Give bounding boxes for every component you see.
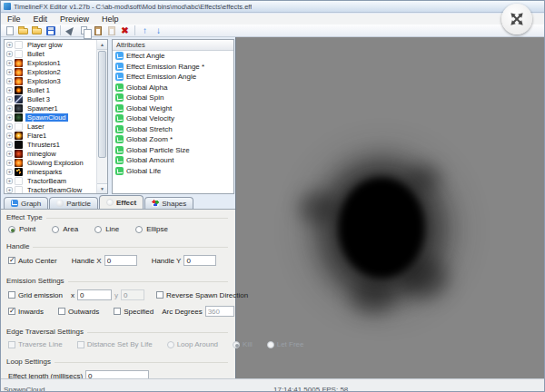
grid-x-input[interactable] [77, 289, 112, 300]
outwards-checkbox[interactable] [58, 308, 65, 315]
attribute-item[interactable]: Global Life [113, 166, 233, 177]
tree-item[interactable]: Bullet 3 [5, 94, 96, 103]
import-folder-button[interactable] [31, 25, 43, 36]
expand-plus-icon[interactable] [6, 69, 13, 75]
paste-button[interactable] [92, 25, 104, 36]
let-free-label: Let Free [277, 340, 304, 348]
let-free-radio[interactable] [267, 341, 274, 348]
expand-plus-icon[interactable] [6, 142, 13, 148]
attribute-item[interactable]: Global Amount [113, 155, 233, 166]
scroll-up-icon[interactable]: ▲ [97, 40, 107, 50]
kill-radio[interactable] [233, 341, 240, 348]
tree-scrollbar[interactable]: ▲ ▼ [96, 40, 107, 193]
scroll-down-icon[interactable]: ▼ [97, 183, 107, 193]
tree-item[interactable]: Laser [5, 122, 96, 131]
attribute-label: Effect Emission Range * [126, 63, 204, 71]
expand-overlay-button[interactable] [501, 4, 532, 34]
area-radio[interactable] [52, 226, 59, 233]
tree-item[interactable]: Spawner1 [5, 103, 96, 113]
tree-item[interactable]: Explosion1 [5, 58, 96, 67]
line-radio[interactable] [94, 226, 102, 233]
attribute-item[interactable]: Global Velocity [113, 113, 233, 124]
grid-emission-checkbox[interactable] [8, 291, 15, 299]
attribute-item[interactable]: Global Spin [113, 93, 233, 103]
expand-plus-icon[interactable] [6, 160, 13, 166]
tree-item[interactable]: mineglow [5, 149, 96, 158]
tab-particle[interactable]: Particle [49, 197, 98, 209]
tree-item[interactable]: Explosion3 [5, 76, 96, 85]
attribute-item[interactable]: Global Stretch [113, 124, 233, 135]
attribute-item[interactable]: Global Zoom * [113, 134, 233, 145]
expand-plus-icon[interactable] [6, 114, 13, 121]
specified-checkbox[interactable] [114, 308, 121, 315]
scrollbar-thumb[interactable] [98, 51, 106, 158]
arc-degrees-input[interactable] [205, 306, 234, 317]
menu-preview[interactable]: Preview [54, 15, 95, 24]
expand-plus-icon[interactable] [6, 123, 13, 130]
window-title: TimelineFX Editor v1.27b - C:\ab-mod\sof… [14, 3, 252, 11]
tree-item[interactable]: Bullet 1 [5, 85, 96, 94]
tab-graph[interactable]: Graph [4, 197, 48, 209]
kill-label: Kill [243, 340, 253, 348]
traverse-line-checkbox[interactable] [8, 341, 15, 348]
attribute-item[interactable]: Global Particle Size [113, 145, 233, 156]
paste-alt-button[interactable] [105, 25, 117, 36]
tab-effect[interactable]: Effect [99, 195, 144, 209]
tree-item[interactable]: minesparks [5, 167, 96, 176]
copy-button[interactable] [78, 25, 90, 36]
tree-item[interactable]: TractorBeam [5, 176, 96, 185]
menu-file[interactable]: File [1, 15, 27, 24]
save-button[interactable] [45, 25, 56, 36]
attribute-item[interactable]: Global Weight [113, 103, 233, 114]
move-up-button[interactable]: ↑ [139, 25, 151, 36]
graph-attribute-icon [115, 156, 124, 164]
expand-plus-icon[interactable] [6, 51, 13, 57]
expand-plus-icon[interactable] [6, 105, 13, 112]
expand-plus-icon[interactable] [6, 132, 13, 139]
expand-plus-icon[interactable] [6, 60, 13, 66]
handle-x-input[interactable] [104, 255, 137, 266]
open-folder-button[interactable] [17, 25, 29, 36]
expand-plus-icon[interactable] [6, 42, 13, 48]
attribute-item[interactable]: Effect Angle [113, 51, 233, 62]
loop-around-radio[interactable] [167, 341, 174, 348]
auto-center-checkbox[interactable] [8, 257, 15, 264]
tree-item[interactable]: Bullet [5, 49, 96, 58]
tree-item[interactable]: Thrusters1 [5, 140, 96, 149]
point-radio[interactable] [8, 226, 15, 233]
tab-shapes[interactable]: Shapes [144, 197, 193, 209]
expand-plus-icon[interactable] [6, 169, 13, 175]
reverse-spawn-checkbox[interactable] [156, 291, 164, 299]
expand-plus-icon[interactable] [6, 96, 13, 103]
handle-y-input[interactable] [183, 255, 216, 266]
new-file-button[interactable] [4, 25, 15, 36]
menu-edit[interactable]: Edit [27, 15, 54, 24]
graph-attribute-icon [115, 167, 124, 175]
pointer-tool-button[interactable] [64, 25, 76, 36]
title-bar[interactable]: TimelineFX Editor v1.27b - C:\ab-mod\sof… [1, 1, 544, 13]
delete-button[interactable]: ✖ [119, 25, 131, 36]
preview-viewport[interactable] [235, 37, 544, 378]
ellipse-radio[interactable] [135, 226, 143, 233]
expand-plus-icon[interactable] [6, 187, 13, 193]
move-down-button[interactable]: ↓ [153, 25, 164, 36]
tree-item[interactable]: Glowing Explosion [5, 158, 96, 167]
expand-plus-icon[interactable] [6, 78, 13, 84]
expand-plus-icon[interactable] [6, 151, 13, 157]
distance-set-by-life-checkbox[interactable] [77, 341, 84, 348]
inwards-checkbox[interactable] [8, 308, 15, 315]
grid-y-input[interactable] [121, 289, 144, 300]
line-label: Line [105, 225, 119, 233]
tree-item-selected[interactable]: SpawnCloud [5, 113, 96, 122]
attribute-item[interactable]: Global Alpha [113, 83, 233, 93]
attribute-item[interactable]: Effect Emission Range * [113, 62, 233, 73]
specified-label: Specified [124, 308, 154, 316]
tree-item[interactable]: Explosion2 [5, 67, 96, 76]
attribute-item[interactable]: Effect Emission Angle [113, 72, 233, 83]
tree-item[interactable]: Player glow [5, 40, 96, 49]
expand-plus-icon[interactable] [6, 87, 13, 93]
tree-item[interactable]: Flare1 [5, 131, 96, 140]
expand-plus-icon[interactable] [6, 178, 13, 184]
tree-item[interactable]: TractorBeamGlow [5, 185, 96, 193]
menu-help[interactable]: Help [95, 15, 125, 24]
